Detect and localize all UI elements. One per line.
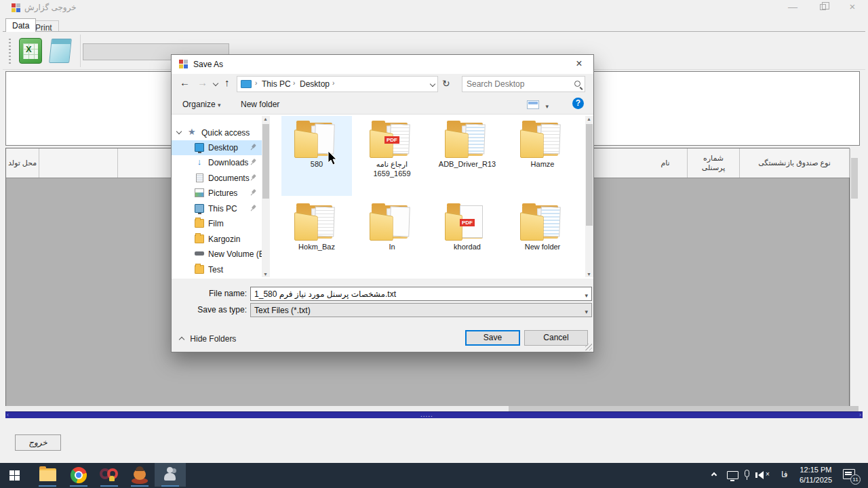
pin-icon: [248, 203, 258, 213]
column-empty[interactable]: [39, 148, 118, 178]
column-name[interactable]: نام: [644, 148, 688, 178]
file-name-label: File name:: [185, 289, 247, 298]
grid-vertical-scrollbar[interactable]: [850, 148, 859, 406]
save-type-combo[interactable]: Text Files (*.txt) ▾: [250, 303, 592, 317]
start-button[interactable]: [0, 463, 31, 487]
time: 12:15 PM: [795, 465, 837, 475]
folder-sheets-icon: [520, 204, 565, 241]
combo-chevron-icon[interactable]: ▾: [585, 308, 588, 315]
file-item-adb-driver[interactable]: ADB_Driver_R13: [432, 116, 502, 196]
view-mode-button[interactable]: ▾: [527, 100, 550, 110]
sidebar-item-film[interactable]: Film: [172, 216, 262, 231]
file-list-scrollbar[interactable]: ▲ ▼: [585, 116, 593, 277]
scroll-right-arrow[interactable]: ›: [859, 411, 861, 418]
toolbar-grip[interactable]: [9, 39, 11, 64]
address-bar[interactable]: › This PC › Desktop ›: [237, 76, 438, 92]
scrollbar-thumb[interactable]: [262, 124, 269, 199]
horizontal-scrollbar[interactable]: ‹ ..... ›: [5, 411, 863, 418]
folder-sheets-icon: [445, 121, 490, 158]
column-retirement-fund[interactable]: نوع صندوق بازنشستگی: [740, 148, 850, 178]
export-excel-icon[interactable]: [19, 38, 42, 64]
close-button[interactable]: ×: [841, 0, 864, 15]
taskbar-chrome[interactable]: [63, 463, 94, 487]
taskbar-file-explorer[interactable]: [32, 463, 63, 487]
file-item-hokm-baz[interactable]: Hokm_Baz: [281, 199, 352, 277]
dialog-close-icon[interactable]: ×: [570, 56, 588, 71]
sidebar-item-new-volume[interactable]: New Volume (E:): [172, 247, 262, 262]
search-input[interactable]: [465, 77, 567, 91]
up-icon[interactable]: ↑: [224, 77, 230, 88]
search-box[interactable]: [462, 76, 585, 92]
organize-button[interactable]: Organize ▾: [182, 100, 221, 109]
breadcrumb-this-pc[interactable]: This PC: [262, 79, 291, 89]
desktop-icon: [195, 143, 204, 152]
sidebar-item-test[interactable]: Test: [172, 262, 262, 277]
sidebar-scrollbar[interactable]: ▲ ▼: [262, 116, 270, 277]
exit-button[interactable]: خروج: [15, 434, 61, 451]
sidebar-quick-access[interactable]: ★ Quick access: [172, 125, 262, 140]
minimize-button[interactable]: —: [781, 0, 804, 15]
file-item-erja-name[interactable]: PDF ارجاع نامه 1659_1659: [357, 116, 427, 196]
notification-badge: 11: [850, 474, 861, 485]
file-name-combo[interactable]: ▾: [250, 287, 592, 301]
column-birthplace[interactable]: محل تولد: [6, 148, 39, 178]
scroll-left-arrow[interactable]: ‹: [7, 411, 9, 418]
command-bar: Organize ▾ New folder ▾ ?: [172, 96, 593, 115]
sidebar-item-kargozin[interactable]: Kargozin: [172, 232, 262, 247]
drive-icon: [195, 251, 204, 256]
cancel-button[interactable]: Cancel: [524, 330, 588, 346]
taskbar-app-orange[interactable]: [124, 463, 155, 487]
restore-button[interactable]: [811, 0, 834, 15]
pictures-icon: [195, 188, 204, 197]
rings-key-icon: [100, 467, 119, 483]
person-icon: [163, 467, 178, 482]
sidebar-item-pictures[interactable]: Pictures: [172, 186, 262, 201]
file-name-input[interactable]: [253, 288, 578, 300]
sidebar-item-desktop[interactable]: Desktop: [172, 140, 262, 155]
refresh-icon[interactable]: ↻: [442, 78, 450, 89]
scroll-down-icon[interactable]: ▼: [587, 272, 591, 277]
file-item-580[interactable]: 580: [281, 116, 352, 196]
clock[interactable]: 12:15 PM 6/11/2025: [795, 465, 837, 485]
combo-chevron-icon[interactable]: ▾: [585, 292, 588, 299]
sidebar-item-documents[interactable]: Documents: [172, 171, 262, 186]
file-item-in[interactable]: In: [357, 199, 427, 277]
address-dropdown-icon[interactable]: [430, 81, 435, 87]
microphone-icon[interactable]: [745, 470, 749, 477]
resize-grip[interactable]: [585, 344, 592, 350]
export-notepad-icon[interactable]: [49, 39, 72, 63]
file-item-new-folder[interactable]: New folder: [507, 199, 578, 277]
save-button[interactable]: Save: [465, 330, 520, 346]
sidebar-item-downloads[interactable]: ↓ Downloads: [172, 155, 262, 170]
help-icon[interactable]: ?: [572, 98, 584, 109]
scroll-up-icon[interactable]: ▲: [263, 117, 268, 121]
speaker-icon[interactable]: [758, 471, 764, 479]
column-personnel-number[interactable]: شماره پرسنلی: [688, 148, 740, 178]
location-folder-icon: [241, 80, 252, 88]
tray-expand-icon[interactable]: [711, 472, 717, 478]
expand-chevron-icon[interactable]: [176, 129, 182, 134]
taskbar-app-rings[interactable]: [94, 463, 125, 487]
forward-icon[interactable]: →: [197, 77, 208, 88]
new-folder-button[interactable]: New folder: [241, 100, 279, 109]
hide-folders-button[interactable]: Hide Folders: [180, 334, 236, 344]
save-type-value: Text Files (*.txt): [254, 306, 311, 315]
sidebar-item-this-pc[interactable]: This PC: [172, 201, 262, 216]
file-item-khordad[interactable]: PDF khordad: [432, 199, 502, 277]
scrollbar-thumb[interactable]: [586, 124, 593, 226]
file-item-hamze[interactable]: Hamze: [507, 116, 578, 196]
download-icon: ↓: [195, 158, 204, 167]
toolbar-separator: [80, 35, 81, 67]
back-icon[interactable]: ←: [180, 77, 190, 88]
tab-data[interactable]: Data: [5, 18, 36, 32]
language-indicator[interactable]: فا: [781, 470, 787, 479]
taskbar-active-app[interactable]: [155, 463, 186, 487]
breadcrumb-separator: ›: [293, 79, 295, 87]
chevron-up-icon: [179, 337, 184, 342]
scroll-up-icon[interactable]: ▲: [587, 117, 591, 121]
history-chevron-icon[interactable]: [213, 81, 218, 86]
file-explorer-icon: [39, 468, 56, 481]
network-display-icon[interactable]: [727, 471, 738, 479]
scroll-down-icon[interactable]: ▼: [263, 272, 268, 277]
breadcrumb-desktop[interactable]: Desktop: [300, 79, 330, 89]
